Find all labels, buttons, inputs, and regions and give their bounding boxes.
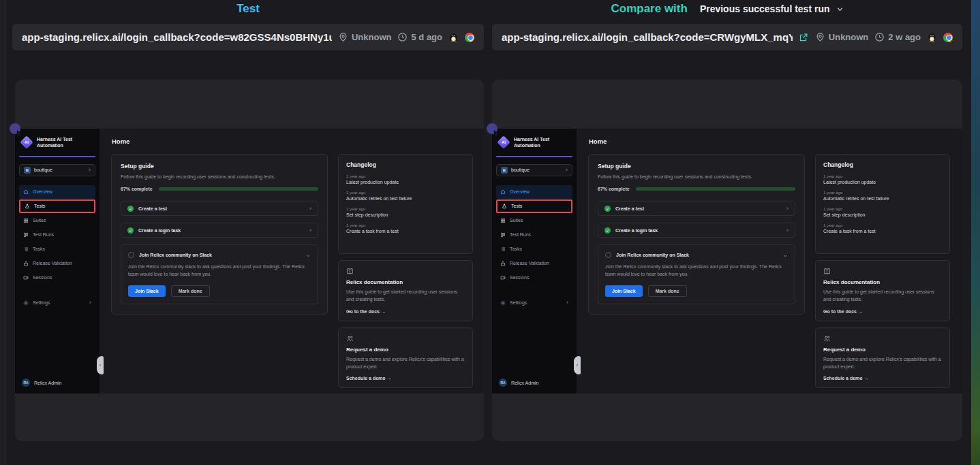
clock-icon [397, 32, 408, 42]
check-circle-icon: ✓ [604, 227, 611, 234]
check-circle-icon: ✓ [127, 206, 134, 212]
app-logo-text: Harness AI Test Automation [514, 136, 571, 149]
sidebar-item-settings: Settings › [19, 296, 95, 310]
chevron-left-icon: ‹ [577, 363, 578, 368]
unchecked-circle-icon [605, 252, 611, 258]
sidebar-item-tests: Tests [496, 199, 572, 213]
test-screenshot[interactable]: AI Harness AI Test Automation B boutique… [15, 80, 484, 441]
user-name: Relicx Admin [34, 381, 61, 385]
compare-panel: Compare with Previous successful test ru… [492, 0, 962, 465]
list-icon [500, 246, 506, 252]
flask-icon [502, 204, 507, 209]
next-item-edge [971, 0, 980, 465]
compare-panel-title: Compare with [611, 2, 687, 16]
setup-progress: 67% complete [598, 187, 795, 191]
chevron-right-icon: › [786, 205, 788, 212]
sidebar-nav: Overview Tests Suites Test Runs Tasks [19, 185, 95, 285]
book-icon [346, 268, 354, 275]
compare-url-text: app-staging.relicx.ai/login_callback?cod… [502, 31, 793, 43]
sidebar-divider [496, 156, 572, 157]
mouse-cursor-icon [16, 129, 23, 137]
sidebar-item-test-runs: Test Runs [496, 228, 572, 242]
app-sidebar: AI Harness AI Test Automation B boutique… [15, 129, 99, 394]
external-link-icon[interactable] [799, 32, 809, 42]
request-demo-description: Request a demo and explore Relicx's capa… [346, 356, 465, 371]
app-main: Home Setup guide Follow this guide to be… [99, 129, 484, 394]
changelog-entry: 1 year ago Latest production update [823, 174, 942, 185]
compare-time-badge: 2 w ago [874, 32, 921, 42]
join-slack-button: Join Slack [605, 285, 643, 297]
step-create-test: ✓ Create a test › [598, 201, 795, 216]
home-icon [23, 189, 29, 195]
sidebar-collapse-handle: ‹ [574, 356, 581, 374]
documentation-title: Relicx documentation [346, 279, 465, 285]
sidebar-item-release-validation: Release Validation [19, 257, 95, 270]
avatar: RA [499, 379, 507, 387]
chevron-right-icon: › [89, 300, 91, 306]
chevron-right-icon: › [309, 227, 311, 234]
setup-guide-card: Setup guide Follow this guide to begin r… [588, 154, 805, 315]
changelog-title: Changelog [823, 161, 942, 168]
changelog-entry: 1 year ago Set step description [346, 207, 465, 217]
sidebar-item-tasks: Tasks [496, 242, 572, 256]
avatar: RA [22, 379, 30, 387]
relicx-app-screenshot: AI Harness AI Test Automation B boutique… [492, 129, 962, 394]
video-icon [500, 275, 506, 280]
setup-guide-description: Follow this guide to begin recording use… [598, 174, 795, 179]
sidebar-item-release-validation: Release Validation [496, 257, 572, 270]
compare-screenshot[interactable]: AI Harness AI Test Automation B boutique… [492, 80, 962, 441]
setup-guide-title: Setup guide [598, 163, 795, 170]
app-logo-text: Harness AI Test Automation [37, 136, 94, 149]
schedule-demo-link: Schedule a demo → [346, 376, 465, 381]
sidebar-nav: Overview Tests Suites Test Runs Tasks [496, 185, 572, 285]
clock-icon [874, 32, 885, 42]
sidebar-item-overview: Overview [19, 185, 95, 199]
app-main: Home Setup guide Follow this guide to be… [577, 129, 962, 394]
compare-header: Compare with Previous successful test ru… [492, 0, 962, 18]
grid-icon [500, 218, 506, 223]
compare-target-label: Previous successful test run [700, 3, 830, 14]
project-name: boutique [511, 167, 562, 172]
compare-url-bar[interactable]: app-staging.relicx.ai/login_callback?cod… [492, 24, 962, 50]
sidebar-collapse-handle: ‹ [97, 356, 104, 374]
join-slack-button: Join Slack [128, 285, 166, 297]
join-slack-description: Join the Relicx community slack to ask q… [605, 263, 788, 278]
chrome-browser-icon [943, 33, 953, 42]
app-logo: AI Harness AI Test Automation [499, 136, 571, 149]
setup-guide-card: Setup guide Follow this guide to begin r… [111, 154, 328, 315]
changelog-entry: 1 year ago Set step description [823, 207, 942, 217]
test-location-badge: Unknown [338, 32, 392, 42]
user-name: Relicx Admin [511, 381, 538, 385]
user-account: RA Relicx Admin [19, 379, 95, 387]
step-join-slack: Join Relicx community on Slack ⌄ Join th… [121, 244, 318, 304]
columns-icon [23, 232, 29, 238]
test-url-bar[interactable]: app-staging.relicx.ai/login_callback?cod… [12, 24, 484, 50]
go-to-docs-link: Go to the docs → [823, 309, 942, 314]
book-icon [823, 268, 831, 275]
progress-label: 67% complete [598, 187, 630, 191]
chevron-left-icon: ‹ [99, 363, 101, 368]
request-demo-description: Request a demo and explore Relicx's capa… [823, 356, 942, 371]
test-time-badge: 5 d ago [397, 32, 442, 42]
list-icon [23, 246, 29, 252]
mark-done-button: Mark done [648, 285, 687, 297]
chevron-right-icon: › [566, 300, 568, 306]
gear-icon [500, 300, 506, 306]
project-badge: B [501, 167, 508, 174]
changelog-entry: 1 year ago Latest production update [346, 174, 465, 185]
changelog-card: Changelog 1 year ago Latest production u… [815, 154, 950, 254]
mouse-cursor-icon [493, 129, 500, 137]
harness-logo-icon: AI [20, 136, 33, 150]
release-icon [500, 261, 506, 266]
compare-target-dropdown[interactable]: Previous successful test run [700, 3, 844, 14]
location-pin-icon [338, 32, 348, 42]
check-circle-icon: ✓ [127, 227, 134, 234]
check-circle-icon: ✓ [604, 206, 611, 212]
chevron-right-icon: › [566, 167, 568, 173]
changelog-entry: 1 year ago Create a task from a test [346, 223, 465, 234]
project-selector: B boutique › [19, 164, 95, 176]
test-screenshot-content: AI Harness AI Test Automation B boutique… [15, 129, 484, 394]
step-create-login-task: ✓ Create a login task › [121, 223, 318, 238]
step-join-slack: Join Relicx community on Slack ⌄ Join th… [598, 244, 795, 304]
people-icon [823, 335, 831, 342]
